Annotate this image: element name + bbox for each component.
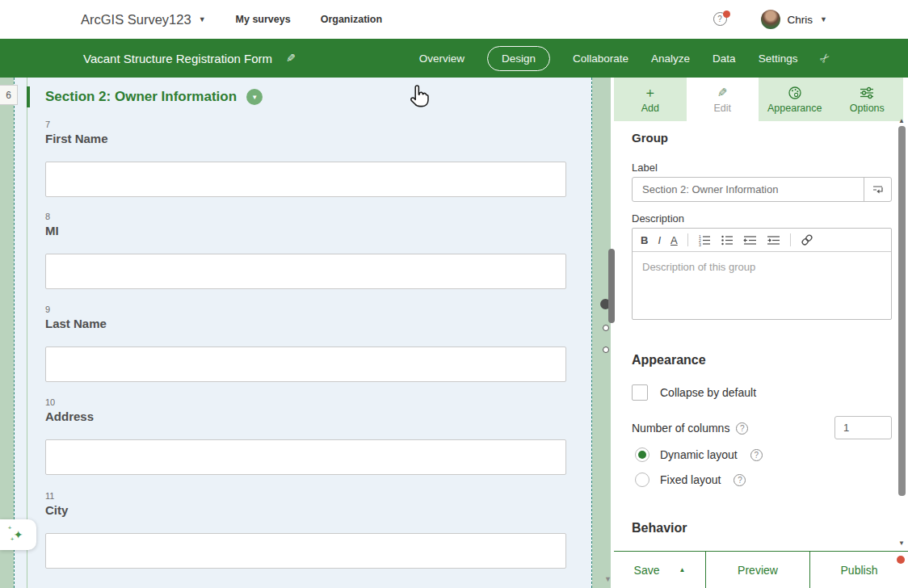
number-of-columns-row: Number of columns ? [632,422,748,435]
question-label: First Name [45,132,566,146]
address-input[interactable] [45,439,566,475]
svg-text:3: 3 [699,242,701,246]
bullet-list-icon[interactable] [721,234,734,246]
user-name[interactable]: Chris [788,14,813,26]
question-number: 11 [45,491,566,501]
chevron-down-icon: ▼ [251,94,258,101]
mi-input[interactable] [45,254,566,289]
tab-label: Add [641,103,659,114]
sliders-icon [860,85,874,100]
city-input[interactable] [45,533,566,569]
selected-group-canvas[interactable]: Section 2: Owner Information ▼ 7 First N… [14,78,592,588]
handle-dot[interactable] [603,325,609,331]
help-icon[interactable]: ? [736,422,748,435]
number-of-columns-label: Number of columns [632,422,729,435]
help-icon[interactable]: ? [734,474,746,486]
scissors-icon[interactable]: ✂ [817,49,834,67]
tab-appearance[interactable]: Appearance [759,78,831,121]
chevron-down-icon: ▼ [199,15,206,23]
question-number: 10 [45,397,566,407]
form-question[interactable]: 11 City [45,491,566,569]
topbar-right: ? Chris ▼ [713,10,827,29]
panel-scrollbar-thumb[interactable] [898,126,906,496]
page-number-tab[interactable]: 6 [0,85,18,105]
form-question[interactable]: 8 MI [45,212,566,289]
help-button[interactable]: ? [713,12,729,27]
canvas-scrollbar-thumb[interactable] [608,249,615,323]
ai-assistant-button[interactable]: ✦++ [0,519,36,550]
pencil-icon: ✎ [717,85,728,100]
indent-icon[interactable] [767,234,780,246]
form-question[interactable]: 10 Address [45,397,566,475]
question-number: 8 [45,212,566,221]
edit-panel: ＋ Add ✎ Edit Appearance Options Group [614,78,908,588]
collapse-section-button[interactable]: ▼ [246,89,263,105]
tab-options[interactable]: Options [831,78,904,121]
publish-button[interactable]: Publish [810,552,908,588]
tab-collaborate[interactable]: Collaborate [573,52,628,65]
avatar[interactable] [761,10,780,29]
collapse-by-default-row: Collapse by default [632,384,756,401]
label-input-wrap [632,177,892,202]
toolbar-divider [790,233,791,246]
app-switcher[interactable]: ArcGIS Survey123 ▼ [81,12,206,27]
top-app-bar: ArcGIS Survey123 ▼ My surveys Organizati… [0,0,908,39]
plus-icon: ＋ [643,85,657,100]
toolbar-divider [687,233,688,246]
wrap-text-icon[interactable] [864,178,891,201]
handle-dot[interactable] [603,346,609,353]
fixed-layout-label: Fixed layout [660,473,721,486]
tab-label: Options [850,103,885,114]
nav-organization[interactable]: Organization [321,14,382,25]
bold-button[interactable]: B [641,234,648,246]
collapse-by-default-checkbox[interactable] [632,384,648,401]
tab-analyze[interactable]: Analyze [651,52,690,65]
description-field-label: Description [632,212,684,225]
dynamic-layout-radio[interactable] [635,447,649,462]
save-label: Save [634,564,660,577]
app-title: ArcGIS Survey123 [81,12,191,27]
save-button[interactable]: Save ▲ [614,552,705,588]
nav-my-surveys[interactable]: My surveys [236,14,291,25]
question-number: 7 [45,120,566,129]
label-field-label: Label [632,162,658,174]
survey-title: Vacant Structure Registration Form [83,52,272,65]
tab-settings[interactable]: Settings [759,52,798,65]
survey123-designer: ArcGIS Survey123 ▼ My surveys Organizati… [0,0,908,588]
dynamic-layout-row: Dynamic layout ? [635,447,763,462]
first-name-input[interactable] [45,162,566,197]
panel-scroll-up-icon[interactable]: ▲ [898,117,905,124]
italic-button[interactable]: I [658,234,661,246]
last-name-input[interactable] [45,346,566,382]
tab-data[interactable]: Data [713,52,736,65]
group-label-input[interactable] [633,178,864,201]
tab-edit[interactable]: ✎ Edit [687,78,759,121]
publish-label: Publish [841,564,878,577]
fixed-layout-radio[interactable] [635,472,649,487]
tab-label: Edit [713,103,731,114]
preview-button[interactable]: Preview [705,552,810,588]
form-question[interactable]: 9 Last Name [45,304,566,382]
panel-footer: Save ▲ Preview Publish [614,551,908,588]
chevron-down-icon[interactable]: ▼ [820,15,827,23]
tab-add[interactable]: ＋ Add [614,78,687,121]
help-icon[interactable]: ? [750,449,763,461]
ordered-list-icon[interactable]: 123 [698,234,711,246]
form-question[interactable]: 7 First Name [45,120,566,197]
outdent-icon[interactable] [743,234,757,246]
tab-overview[interactable]: Overview [419,52,465,65]
text-color-button[interactable]: A [670,234,678,246]
canvas-scroll-down-icon[interactable]: ▼ [604,575,612,583]
number-of-columns-input[interactable] [834,416,892,439]
chevron-up-icon[interactable]: ▲ [679,566,686,573]
dynamic-layout-label: Dynamic layout [660,448,738,461]
link-icon[interactable] [801,233,813,246]
richtext-toolbar: B I A 123 [633,229,891,252]
group-heading: Group [632,131,668,145]
tab-design[interactable]: Design [487,46,550,71]
panel-scroll-down-icon[interactable]: ▼ [898,540,905,547]
palette-icon [788,85,802,100]
edit-title-pencil-icon[interactable]: ✎ [286,52,296,65]
description-placeholder[interactable]: Description of this group [633,252,891,282]
panel-tabs: ＋ Add ✎ Edit Appearance Options [614,78,903,121]
